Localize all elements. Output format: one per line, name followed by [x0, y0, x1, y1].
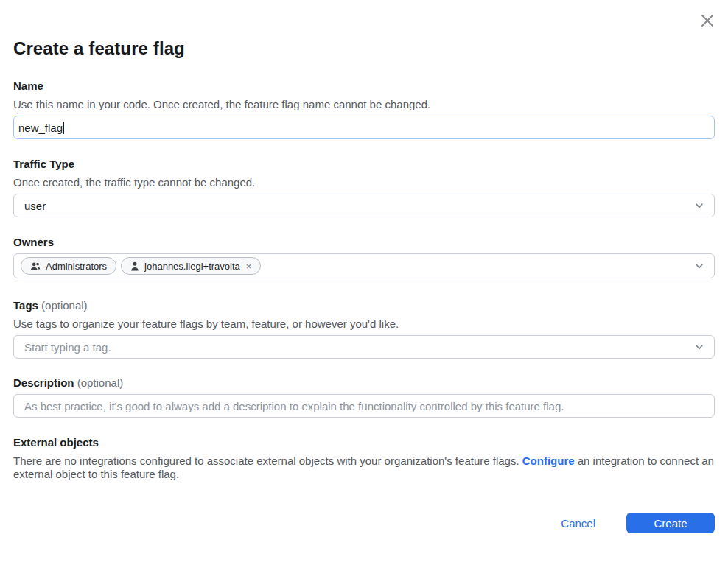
remove-owner-icon[interactable]: ×: [246, 261, 252, 271]
owners-label: Owners: [13, 236, 715, 248]
text-caret: [63, 122, 64, 134]
owners-select[interactable]: Administrators johannes.liegl+travolta ×: [13, 253, 715, 278]
tags-label: Tags (optional): [13, 299, 715, 312]
external-objects-section: External objects There are no integratio…: [13, 436, 715, 481]
person-icon: [130, 261, 139, 271]
tags-optional-label: (optional): [41, 299, 88, 312]
chevron-down-icon: [693, 341, 705, 353]
description-label: Description (optional): [13, 376, 715, 389]
external-objects-text: There are no integrations configured to …: [13, 454, 715, 481]
cancel-button[interactable]: Cancel: [561, 517, 595, 530]
tags-placeholder: Start typing a tag.: [14, 341, 111, 354]
description-field-group: Description (optional): [13, 376, 715, 418]
traffic-type-value: user: [14, 200, 46, 212]
owners-field-group: Owners Administrators johannes.liegl+tra…: [13, 236, 715, 278]
tags-help-text: Use tags to organize your feature flags …: [13, 317, 715, 330]
owner-chip-label: Administrators: [46, 261, 107, 272]
create-button[interactable]: Create: [626, 513, 715, 533]
owner-chip-user[interactable]: johannes.liegl+travolta ×: [121, 257, 261, 275]
external-objects-text-before: There are no integrations configured to …: [13, 454, 522, 467]
traffic-type-label: Traffic Type: [13, 158, 715, 170]
tags-select[interactable]: Start typing a tag.: [13, 335, 715, 359]
name-input-value: new_flag: [18, 122, 63, 134]
name-help-text: Use this name in your code. Once created…: [13, 98, 715, 110]
description-optional-label: (optional): [77, 376, 124, 389]
name-label: Name: [13, 80, 715, 92]
chevron-down-icon: [693, 260, 705, 272]
traffic-type-select[interactable]: user: [13, 194, 715, 217]
name-field-group: Name Use this name in your code. Once cr…: [13, 80, 715, 139]
external-objects-label: External objects: [13, 436, 715, 449]
create-feature-flag-dialog: Create a feature flag Name Use this name…: [0, 0, 728, 481]
description-text-input[interactable]: [14, 395, 714, 417]
dialog-footer: Cancel Create: [561, 513, 715, 533]
close-button[interactable]: [697, 10, 718, 31]
close-icon: [699, 13, 715, 29]
configure-link[interactable]: Configure: [522, 454, 575, 467]
chevron-down-icon: [693, 200, 705, 211]
description-input[interactable]: [13, 394, 715, 418]
traffic-type-field-group: Traffic Type Once created, the traffic t…: [13, 158, 715, 217]
name-input[interactable]: new_flag: [13, 116, 715, 139]
traffic-type-help-text: Once created, the traffic type cannot be…: [13, 176, 715, 189]
group-icon: [30, 261, 41, 271]
owner-chip-administrators[interactable]: Administrators: [21, 257, 116, 275]
tags-field-group: Tags (optional) Use tags to organize you…: [13, 299, 715, 359]
dialog-title: Create a feature flag: [13, 0, 715, 59]
owner-chip-label: johannes.liegl+travolta: [144, 261, 240, 272]
